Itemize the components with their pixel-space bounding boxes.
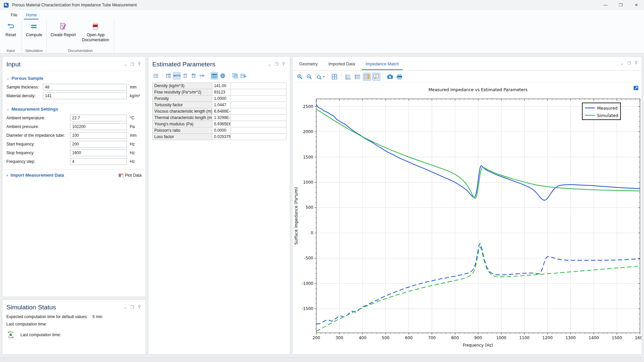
engineering-notation-e3-button[interactable]: 850 e-3 — [190, 72, 197, 79]
globe-icon[interactable] — [219, 72, 226, 79]
sample-thickness-field[interactable] — [43, 84, 127, 90]
chevron-right-icon: › — [6, 173, 8, 178]
zoom-box-icon[interactable] — [315, 73, 323, 81]
collapse-chevron-icon[interactable]: ⌄ — [123, 305, 127, 310]
tab-file[interactable]: File — [9, 11, 19, 19]
collapse-chevron-icon[interactable]: ⌄ — [267, 62, 272, 67]
ambient-pressure-field[interactable] — [70, 123, 127, 130]
y-axis-log-icon[interactable] — [354, 73, 362, 81]
import-measurement-data-section[interactable]: › Import Measurement Data — [6, 173, 64, 178]
tab-impedance-match[interactable]: Impedance Match — [362, 57, 403, 70]
ribbon-group-simulation: Compute Simulation — [22, 19, 47, 54]
frequency-step-field[interactable] — [70, 158, 127, 165]
tab-imported-data[interactable]: Imported Data — [324, 57, 359, 70]
reset-button[interactable]: Reset — [1, 20, 20, 38]
x-tick-label: 1400 — [589, 336, 599, 340]
pin-icon[interactable] — [281, 62, 286, 67]
plot-area[interactable]: Measured Impedance vs Estimated Paramete… — [292, 83, 642, 354]
form-row: Frequency step: Hz — [2, 157, 146, 166]
legend-label-simulated: Simulated — [597, 113, 618, 118]
ribbon-group-documentation: Create Report PDF Open App Documentation… — [47, 19, 114, 54]
unit-label: Pa — [127, 124, 142, 129]
y-tick-label: -1000 — [302, 281, 313, 286]
table-row: Viscous characteristic length (m)6.6488E… — [153, 108, 286, 115]
zoom-in-icon[interactable] — [296, 73, 304, 81]
field-label: Stop frequency: — [6, 150, 70, 155]
x-axis-log-icon[interactable] — [344, 73, 352, 81]
table-row: Loss factor0.025375 — [153, 134, 286, 140]
float-window-icon[interactable]: ❐ — [130, 305, 135, 310]
collapse-chevron-icon[interactable]: ⌄ — [620, 61, 624, 66]
x-tick-label: 500 — [382, 336, 389, 340]
tab-geometry[interactable]: Geometry — [295, 57, 322, 70]
y-axis-label: Surface Impedance (Pa*s/m) — [294, 187, 299, 245]
plot-popout-icon[interactable] — [634, 86, 638, 90]
panel-title: Estimated Parameters — [152, 61, 215, 68]
x-tick-label: 1100 — [519, 336, 530, 340]
tab-home[interactable]: Home — [24, 11, 39, 19]
section-porous-sample[interactable]: ⌄ Porous Sample — [2, 73, 146, 83]
pin-icon[interactable] — [137, 62, 142, 67]
report-icon — [59, 22, 67, 31]
table-view-icon[interactable] — [211, 72, 218, 79]
x-tick-label: 400 — [359, 336, 366, 340]
print-icon[interactable] — [395, 73, 404, 81]
automatic-notation-button[interactable]: AUTO — [173, 72, 180, 79]
field-label: Ambient temperature: — [6, 116, 70, 120]
x-axis-label: Frequency (Hz) — [463, 343, 493, 348]
compute-button[interactable]: Compute — [23, 20, 45, 38]
float-window-icon[interactable]: ❐ — [627, 61, 631, 66]
camera-icon[interactable] — [386, 73, 394, 81]
toolbar-separator — [327, 73, 328, 80]
section-measurement-settings[interactable]: ⌄ Measurement Settings — [2, 103, 146, 114]
form-row: Ambient pressure: Pa — [2, 122, 146, 131]
close-icon[interactable]: ✕ — [629, 0, 644, 10]
expected-time-row: Expected computation time for default va… — [2, 313, 146, 320]
full-precision-icon[interactable] — [152, 72, 160, 79]
zoom-dropdown-caret-icon[interactable]: ▾ — [323, 75, 325, 78]
scientific-notation-button[interactable]: 8.85 e-12 — [165, 72, 172, 79]
collapse-chevron-icon[interactable]: ⌄ — [123, 62, 127, 67]
material-density-field[interactable] — [43, 93, 127, 99]
x-tick-label: 1000 — [496, 336, 506, 340]
export-table-icon[interactable] — [240, 72, 247, 79]
minimize-icon[interactable]: — — [598, 0, 613, 10]
tube-diameter-field[interactable] — [70, 132, 127, 139]
ambient-temperature-field[interactable] — [70, 115, 127, 121]
status-bar — [0, 357, 644, 362]
legend-toggle-icon[interactable] — [363, 73, 371, 81]
ribbon-group-input: Reset Input — [0, 19, 22, 54]
form-row: Sample thickness: mm — [2, 83, 146, 92]
reset-icon — [7, 22, 15, 31]
form-row: Ambient temperature: °C — [2, 114, 146, 122]
pdf-icon: PDF — [92, 22, 99, 31]
y-tick-label: 2500 — [303, 104, 313, 109]
table-row: Young's modulus (Pa)5.9365E6 — [153, 121, 286, 127]
pin-icon[interactable] — [634, 61, 638, 66]
chart-title: Measured Impedance vs Estimated Paramete… — [428, 87, 527, 92]
open-app-documentation-button[interactable]: PDF Open App Documentation — [78, 20, 113, 43]
maximize-icon[interactable]: ❐ — [613, 0, 629, 10]
stop-frequency-field[interactable] — [70, 149, 127, 156]
engineering-notation-button[interactable]: 8.5 e-1 — [181, 72, 189, 79]
zoom-out-icon[interactable] — [305, 73, 313, 81]
zoom-extents-icon[interactable] — [330, 73, 338, 81]
start-frequency-field[interactable] — [70, 141, 127, 147]
form-row: Material density: kg/m³ — [2, 92, 146, 100]
pin-icon[interactable] — [137, 305, 142, 310]
float-window-icon[interactable]: ❐ — [274, 62, 279, 67]
table-row: Density (kg/m^3)141.00 — [153, 83, 286, 89]
copy-table-icon[interactable] — [231, 72, 239, 79]
simulation-status-panel: Simulation Status ⌄ ❐ Expected computati… — [2, 299, 146, 355]
plot-data-button[interactable]: Plot Data — [118, 173, 142, 178]
create-report-button[interactable]: Create Report — [48, 20, 78, 38]
x-tick-label: 1600 — [635, 336, 642, 340]
x-tick-label: 700 — [428, 336, 436, 340]
toolbar-separator — [341, 73, 341, 80]
float-window-icon[interactable]: ❐ — [130, 62, 135, 67]
decimal-notation-button[interactable]: 0.85 — [198, 72, 206, 79]
table-toolbar: 8.85 e-12 AUTO 8.5 e-1 850 e-3 0.85 — [148, 70, 290, 82]
y-tick-label: -500 — [304, 256, 313, 260]
tooltip-annotation-icon[interactable] — [372, 73, 380, 81]
unit-label: Hz — [127, 142, 142, 146]
